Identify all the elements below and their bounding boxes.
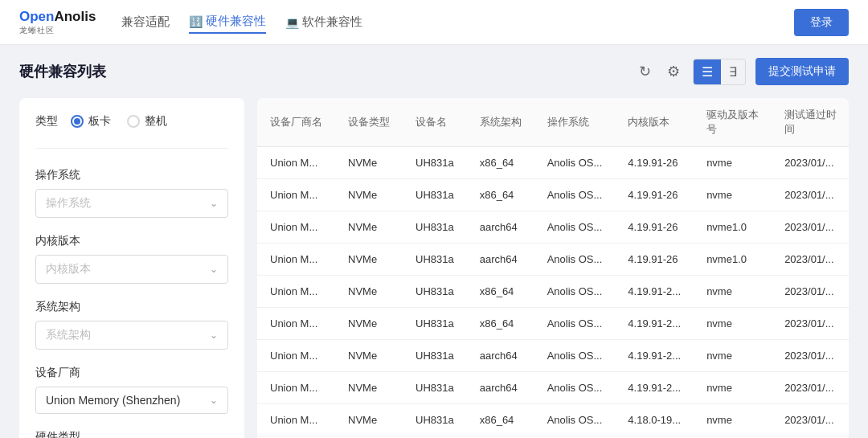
cell-arch: x86_64: [467, 147, 534, 179]
radio-card-circle: [71, 115, 84, 128]
header: OpenAnolis 龙蜥社区 兼容适配 🔢 硬件兼容性 💻 软件兼容性 登录: [0, 0, 868, 45]
cell-driver: nvme1.0: [694, 211, 772, 244]
cell-driver: nvme: [694, 147, 772, 179]
cell-vendor: Union M...: [257, 372, 335, 404]
nav-item-software[interactable]: 💻 软件兼容性: [285, 11, 362, 33]
nav-item-hardware[interactable]: 🔢 硬件兼容性: [189, 10, 266, 34]
cell-test_time: 2023/01/...: [772, 147, 849, 179]
cell-name: UH831a: [403, 147, 467, 179]
table-row[interactable]: Union M...NVMeUH831aaarch64Anolis OS...4…: [257, 244, 849, 276]
cell-os: Anolis OS...: [534, 179, 616, 211]
cell-test_time: 2023/01/...: [772, 404, 849, 436]
cell-name: UH831a: [403, 372, 467, 404]
col-arch: 系统架构: [467, 98, 534, 147]
cell-test_time: 2023/01/...: [772, 308, 849, 340]
nav-item-compat[interactable]: 兼容适配: [121, 11, 170, 33]
submit-test-button[interactable]: 提交测试申请: [755, 58, 849, 85]
chevron-down-icon: ⌄: [210, 198, 218, 209]
cell-arch: x86_64: [467, 308, 534, 340]
login-button[interactable]: 登录: [794, 9, 849, 36]
table-wrap: 设备厂商名 设备类型 设备名 系统架构 操作系统 内核版本 驱动及版本号 测试通…: [257, 98, 849, 438]
table-row[interactable]: Union M...NVMeUH831ax86_64Anolis OS...4.…: [257, 404, 849, 436]
refresh-button[interactable]: ↻: [636, 59, 654, 84]
cell-os: Anolis OS...: [534, 244, 616, 276]
kernel-select[interactable]: 内核版本 ⌄: [35, 255, 228, 284]
cell-arch: aarch64: [467, 244, 534, 276]
cell-test_time: 2023/01/...: [772, 372, 849, 404]
col-vendor: 设备厂商名: [257, 98, 335, 147]
cell-type: NVMe: [335, 211, 403, 244]
cell-arch: aarch64: [467, 211, 534, 244]
chevron-down-icon-3: ⌄: [210, 330, 218, 341]
type-radio-group: 板卡 整机: [71, 114, 167, 129]
cell-driver: nvme: [694, 340, 772, 372]
list-icon: ☰: [702, 65, 713, 79]
col-type: 设备类型: [335, 98, 403, 147]
cell-driver: nvme1.0: [694, 244, 772, 276]
device-type-label: 硬件类型: [35, 430, 228, 438]
page-container: 硬件兼容列表 ↻ ⚙ ☰ ∃ 提交测试申请: [0, 45, 868, 438]
settings-button[interactable]: ⚙: [664, 59, 683, 84]
arch-select[interactable]: 系统架构 ⌄: [35, 321, 228, 350]
cell-arch: aarch64: [467, 340, 534, 372]
grid-icon: ∃: [729, 65, 737, 79]
sidebar-filters: 类型 板卡 整机 操作系统: [19, 98, 244, 438]
list-view-button[interactable]: ☰: [694, 59, 721, 84]
cell-kernel: 4.19.91-2...: [615, 372, 694, 404]
col-driver: 驱动及版本号: [694, 98, 772, 147]
logo-subtitle: 龙蜥社区: [19, 25, 96, 36]
cell-os: Anolis OS...: [534, 404, 616, 436]
cell-driver: nvme: [694, 276, 772, 308]
table-row[interactable]: Union M...NVMeUH831ax86_64Anolis OS...4.…: [257, 179, 849, 211]
cell-arch: x86_64: [467, 404, 534, 436]
table-header-row: 设备厂商名 设备类型 设备名 系统架构 操作系统 内核版本 驱动及版本号 测试通…: [257, 98, 849, 147]
radio-whole[interactable]: 整机: [127, 114, 167, 129]
table-body: Union M...NVMeUH831ax86_64Anolis OS...4.…: [257, 147, 849, 438]
table-row[interactable]: Union M...NVMeUH831ax86_64Anolis OS...4.…: [257, 147, 849, 179]
cell-kernel: 4.19.91-26: [615, 244, 694, 276]
arch-filter: 系统架构 系统架构 ⌄: [35, 300, 228, 350]
cell-name: UH831a: [403, 404, 467, 436]
cell-kernel: 4.19.91-26: [615, 211, 694, 244]
table-row[interactable]: Union M...NVMeUH831ax86_64Anolis OS...4.…: [257, 276, 849, 308]
cell-type: NVMe: [335, 276, 403, 308]
cell-test_time: 2023/01/...: [772, 244, 849, 276]
page-title: 硬件兼容列表: [19, 62, 106, 81]
cell-os: Anolis OS...: [534, 340, 616, 372]
cell-test_time: 2023/01/...: [772, 211, 849, 244]
radio-card[interactable]: 板卡: [71, 114, 111, 129]
cell-driver: nvme: [694, 179, 772, 211]
cell-os: Anolis OS...: [534, 372, 616, 404]
cell-kernel: 4.18.0-19...: [615, 404, 694, 436]
os-select[interactable]: 操作系统 ⌄: [35, 189, 228, 218]
type-filter: 类型 板卡 整机: [35, 114, 228, 129]
radio-whole-label: 整机: [145, 114, 167, 129]
vendor-select-value: Union Memory (Shenzhen): [46, 394, 180, 407]
table-row[interactable]: Union M...NVMeUH831aaarch64Anolis OS...4…: [257, 211, 849, 244]
view-toggle: ☰ ∃: [693, 59, 746, 85]
table-row[interactable]: Union M...NVMeUH831aaarch64Anolis OS...4…: [257, 372, 849, 404]
vendor-select[interactable]: Union Memory (Shenzhen) ⌄: [35, 387, 228, 414]
type-label: 类型: [35, 114, 58, 129]
cell-vendor: Union M...: [257, 244, 335, 276]
cell-vendor: Union M...: [257, 340, 335, 372]
grid-view-button[interactable]: ∃: [721, 59, 745, 84]
table-row[interactable]: Union M...NVMeUH831aaarch64Anolis OS...4…: [257, 340, 849, 372]
cell-name: UH831a: [403, 276, 467, 308]
chip-icon: 🔢: [189, 15, 203, 28]
table-header: 设备厂商名 设备类型 设备名 系统架构 操作系统 内核版本 驱动及版本号 测试通…: [257, 98, 849, 147]
kernel-filter: 内核版本 内核版本 ⌄: [35, 234, 228, 284]
compat-table: 设备厂商名 设备类型 设备名 系统架构 操作系统 内核版本 驱动及版本号 测试通…: [257, 98, 849, 438]
cell-os: Anolis OS...: [534, 211, 616, 244]
cell-kernel: 4.19.91-26: [615, 147, 694, 179]
divider-1: [35, 148, 228, 149]
table-row[interactable]: Union M...NVMeUH831ax86_64Anolis OS...4.…: [257, 308, 849, 340]
cell-arch: x86_64: [467, 276, 534, 308]
main-nav: 兼容适配 🔢 硬件兼容性 💻 软件兼容性: [121, 10, 768, 34]
cell-driver: nvme: [694, 308, 772, 340]
cell-type: NVMe: [335, 308, 403, 340]
arch-select-value: 系统架构: [46, 328, 91, 342]
col-test-time: 测试通过时间: [772, 98, 849, 147]
cell-kernel: 4.19.91-2...: [615, 340, 694, 372]
col-kernel: 内核版本: [615, 98, 694, 147]
